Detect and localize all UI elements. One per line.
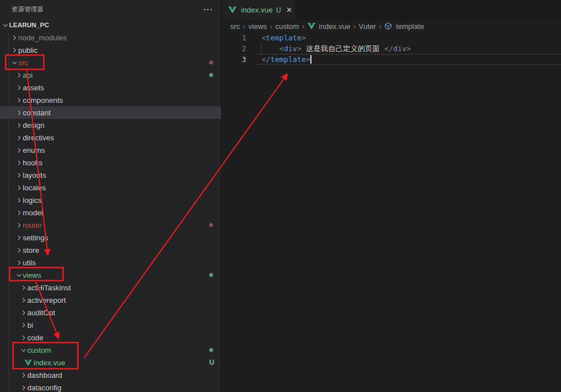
tree-item-label: dataconfig <box>27 383 61 392</box>
line-number: 1 <box>222 32 256 43</box>
tree-item-code[interactable]: code <box>0 331 221 344</box>
breadcrumb-label: custom <box>275 22 299 31</box>
line-number: 3 <box>222 54 256 65</box>
tree-item-label: auditOpt <box>27 308 55 317</box>
chevron-right-icon[interactable] <box>15 170 23 180</box>
tree-item-directives[interactable]: directives <box>0 131 221 144</box>
chevron-right-icon[interactable] <box>15 83 23 92</box>
tree-item-public[interactable]: public <box>0 44 221 56</box>
chevron-right-icon[interactable] <box>20 308 27 317</box>
tree-item-settings[interactable]: settings <box>0 231 221 244</box>
chevron-right-icon[interactable] <box>15 145 23 155</box>
chevron-right-icon[interactable] <box>15 258 23 267</box>
explorer-title: 资源管理器 <box>11 5 203 14</box>
tree-item-src[interactable]: src <box>0 56 221 69</box>
tree-item-label: router <box>23 221 42 230</box>
tab-index-vue[interactable]: index.vue U ✕ <box>222 0 295 20</box>
tree-item-actHiTaskinst[interactable]: actHiTaskinst <box>0 281 221 294</box>
chevron-right-icon[interactable] <box>15 195 23 205</box>
tree-item-dashboard[interactable]: dashboard <box>0 369 221 381</box>
chevron-right-icon[interactable] <box>11 33 18 42</box>
tree-item-bi[interactable]: bi <box>0 319 221 331</box>
chevron-right-icon[interactable] <box>15 183 23 192</box>
tree-item-design[interactable]: design <box>0 119 221 131</box>
tree-item-label: utils <box>23 258 36 267</box>
red-dot-badge <box>209 223 213 227</box>
code-editor[interactable]: 1<template>2 <div> 这是我自己定义的页面 </div>3</t… <box>222 32 561 65</box>
vue-file-icon <box>307 23 315 30</box>
chevron-right-icon[interactable] <box>11 45 18 55</box>
breadcrumb-item-Vuter[interactable]: Vuter <box>359 22 376 31</box>
code-token <box>261 44 279 53</box>
tree-item-enums[interactable]: enums <box>0 144 221 156</box>
tree-item-logics[interactable]: logics <box>0 194 221 206</box>
code-token: < <box>279 44 284 53</box>
chevron-right-icon[interactable] <box>20 295 27 305</box>
workspace-root-row[interactable]: LEARUN_PC <box>0 19 221 31</box>
chevron-right-icon[interactable] <box>15 120 23 130</box>
chevron-right-icon[interactable] <box>15 245 23 255</box>
chevron-right-icon[interactable] <box>20 333 27 342</box>
tree-item-constant[interactable]: constant <box>0 106 221 119</box>
workspace-root-label: LEARUN_PC <box>9 22 49 28</box>
code-token: template <box>266 34 302 42</box>
tree-item-utils[interactable]: utils <box>0 256 221 269</box>
breadcrumb-item-custom[interactable]: custom <box>275 22 299 31</box>
chevron-right-icon[interactable] <box>15 108 23 117</box>
chevron-separator-icon: › <box>353 22 356 31</box>
template-symbol-icon <box>384 23 392 30</box>
code-line-3[interactable]: 3</template> <box>222 54 561 65</box>
tree-item-label: bi <box>27 321 33 330</box>
tree-item-label: src <box>18 59 28 67</box>
chevron-down-icon[interactable] <box>11 58 18 67</box>
tree-item-views[interactable]: views <box>0 269 221 281</box>
tree-item-label: constant <box>23 109 51 117</box>
tree-item-assets[interactable]: assets <box>0 81 221 94</box>
chevron-right-icon[interactable] <box>15 133 23 142</box>
chevron-right-icon[interactable] <box>15 70 23 80</box>
chevron-right-icon[interactable] <box>20 370 27 380</box>
chevron-down-icon[interactable] <box>20 345 27 355</box>
green-dot-badge <box>209 73 213 77</box>
tree-item-custom[interactable]: custom <box>0 344 221 356</box>
chevron-down-icon[interactable] <box>15 270 23 280</box>
code-line-2[interactable]: 2 <div> 这是我自己定义的页面 </div> <box>222 43 561 54</box>
git-untracked-badge: U <box>209 358 214 366</box>
breadcrumb-item-template[interactable]: template <box>384 22 424 31</box>
tree-item-api[interactable]: api <box>0 69 221 81</box>
code-token: </ <box>261 55 271 64</box>
chevron-right-icon[interactable] <box>15 208 23 217</box>
chevron-right-icon[interactable] <box>15 158 23 167</box>
chevron-right-icon[interactable] <box>20 320 27 330</box>
chevron-right-icon[interactable] <box>15 220 23 230</box>
chevron-right-icon[interactable] <box>15 233 23 242</box>
tree-item-store[interactable]: store <box>0 244 221 256</box>
chevron-right-icon[interactable] <box>20 383 27 392</box>
breadcrumb-item-index.vue[interactable]: index.vue <box>307 22 351 31</box>
chevron-right-icon[interactable] <box>20 283 27 292</box>
more-actions-icon[interactable]: ⋯ <box>203 7 213 12</box>
breadcrumb-label: index.vue <box>319 22 351 31</box>
breadcrumb-item-views[interactable]: views <box>248 22 267 31</box>
tree-item-locales[interactable]: locales <box>0 181 221 194</box>
explorer-sidebar: 资源管理器 ⋯ LEARUN_PC node_modulespublicsrca… <box>0 0 222 392</box>
tree-item-activereport[interactable]: activereport <box>0 294 221 306</box>
tree-item-label: activereport <box>27 296 66 305</box>
tree-item-dataconfig[interactable]: dataconfig <box>0 381 221 392</box>
code-line-1[interactable]: 1<template> <box>222 32 561 43</box>
tree-item-node_modules[interactable]: node_modules <box>0 31 221 44</box>
tree-item-layouts[interactable]: layouts <box>0 169 221 181</box>
tree-item-label: directives <box>23 134 54 142</box>
code-token: > <box>301 34 306 42</box>
chevron-right-icon[interactable] <box>15 95 23 105</box>
tree-item-hooks[interactable]: hooks <box>0 156 221 169</box>
tree-item-auditOpt[interactable]: auditOpt <box>0 306 221 319</box>
tree-item-router[interactable]: router <box>0 219 221 231</box>
chevron-separator-icon: › <box>270 22 273 31</box>
tree-item-index.vue[interactable]: index.vueU <box>0 356 221 369</box>
close-icon[interactable]: ✕ <box>286 6 292 14</box>
chevron-down-icon[interactable] <box>2 20 9 30</box>
tree-item-components[interactable]: components <box>0 94 221 106</box>
tree-item-model[interactable]: model <box>0 206 221 219</box>
breadcrumb-item-src[interactable]: src <box>230 22 240 31</box>
